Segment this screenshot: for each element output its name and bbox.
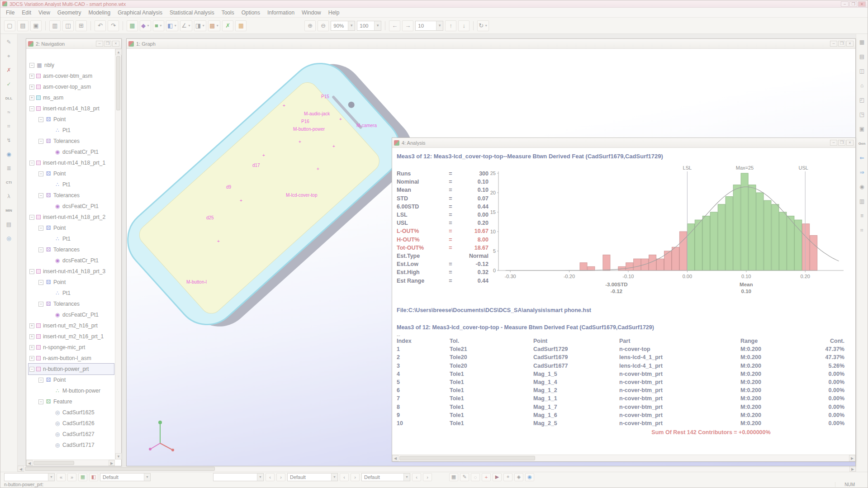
annotation-icon[interactable]: ✎	[4, 38, 14, 47]
zoom-in-icon[interactable]: ⊕	[304, 20, 316, 31]
chevron-down-icon[interactable]: ▼	[348, 21, 355, 30]
nav-horizontal-scrollbar[interactable]: ◀ ▶	[26, 460, 115, 466]
expand-icon[interactable]: +	[29, 85, 34, 90]
part-color-swatch[interactable]	[36, 74, 41, 78]
collapse-icon[interactable]: −	[29, 63, 34, 68]
measurement-label-p15[interactable]: P15	[321, 94, 329, 99]
tree-item-tolerances[interactable]: −⚄Tolerances	[28, 190, 114, 201]
tree-item-n-asm-button-l-asm[interactable]: +n-asm-button-l_asm	[28, 353, 114, 364]
copy-icon[interactable]: ◫	[62, 20, 74, 31]
part-color-swatch[interactable]	[36, 106, 41, 111]
expand-icon[interactable]: +	[29, 323, 34, 328]
graph-minimize-button[interactable]: –	[830, 41, 837, 47]
scale-combo[interactable]: 100▼	[357, 21, 381, 31]
color-grid-icon[interactable]: ▦	[78, 473, 87, 481]
annotate-icon[interactable]: ✎	[460, 473, 469, 481]
tree-item-dcsfeatcr-pt1[interactable]: ◉dcsFeatCr_Pt1	[28, 147, 114, 157]
part-color-swatch[interactable]	[36, 85, 41, 89]
collapse-icon[interactable]: −	[29, 269, 34, 274]
undo-icon[interactable]: ↶	[95, 20, 106, 31]
graph-close-button[interactable]: ×	[846, 41, 854, 47]
tree-item-point[interactable]: −⚄Point	[28, 374, 114, 385]
save-icon[interactable]: ▣	[30, 20, 42, 31]
tree-item-cadsurf1625[interactable]: ◎CadSurf1625	[28, 407, 114, 418]
collapse-icon[interactable]: −	[38, 117, 43, 122]
colormap-icon[interactable]: ▦	[235, 20, 247, 31]
menu-statistical-analysis[interactable]: Statistical Analysis	[166, 8, 218, 17]
redo-icon[interactable]: ↷	[108, 20, 119, 31]
tree-item-m-button-power[interactable]: ∴M-button-power	[28, 385, 114, 396]
menu-file[interactable]: File	[2, 8, 18, 17]
measurement-label-d17[interactable]: d17	[252, 163, 260, 168]
tree-item-tolerances[interactable]: −⚄Tolerances	[28, 298, 114, 309]
world-icon[interactable]: ◎	[4, 234, 14, 243]
chevron-down-icon[interactable]: ▼	[257, 474, 263, 481]
snap-grid-icon[interactable]: ⌗	[857, 226, 867, 235]
layers-icon[interactable]: ▤	[857, 52, 867, 61]
report-icon[interactable]: ▤	[4, 220, 14, 229]
next-config-icon[interactable]: ›	[423, 473, 432, 481]
table-row[interactable]: 6Tole1Mag_1_2n-cover-btm_prtM:0.2000.00%	[397, 386, 844, 394]
table-row[interactable]: 10Tole1Mag_2_5n-cover-btm_prtM:0.2000.00…	[397, 419, 844, 427]
measure-icon[interactable]: ∠▼	[180, 20, 192, 31]
scroll-left-icon[interactable]: ◀	[18, 466, 24, 472]
spring-icon[interactable]: ≈	[4, 108, 14, 117]
moldstate-combo[interactable]: Default▼	[287, 473, 338, 481]
scroll-right-icon[interactable]: ▶	[849, 466, 856, 472]
menu-graphical-analysis[interactable]: Graphical Analysis	[114, 8, 166, 17]
menu-modeling[interactable]: Modeling	[85, 8, 114, 17]
forward-icon[interactable]: →	[402, 20, 413, 31]
part-color-swatch[interactable]	[36, 345, 41, 350]
analysis-close-button[interactable]: ×	[846, 140, 854, 146]
tree-item-dcsfeatcr-pt1[interactable]: ◉dcsFeatCr_Pt1	[28, 255, 114, 266]
tree-item-asm-cover-btm-asm[interactable]: +asm-cover-btm_asm	[28, 71, 114, 81]
measurement-label-m-lcd-cover-top[interactable]: M-lcd-cover-top	[286, 193, 317, 198]
table-row[interactable]: 2Tole20CadSurf1679lens-lcd-4_1_prtM:0.20…	[397, 353, 844, 361]
new-file-icon[interactable]: ▢	[4, 20, 15, 31]
menu-window[interactable]: Window	[298, 8, 325, 17]
rotate-right-icon[interactable]: ⇒	[857, 168, 867, 177]
collapse-icon[interactable]: −	[38, 378, 43, 383]
part-color-swatch[interactable]	[36, 269, 41, 274]
expand-icon[interactable]: +	[29, 356, 34, 361]
iso-view-icon[interactable]: ◳	[857, 110, 867, 119]
nav-hscroll-thumb[interactable]	[33, 461, 74, 465]
home-view-icon[interactable]: ⌂	[857, 81, 867, 90]
prev-config-icon[interactable]: ‹	[412, 473, 421, 481]
display-grid-icon[interactable]: ▦	[857, 38, 867, 47]
workspace-hscroll-thumb[interactable]	[25, 467, 215, 471]
part-color-swatch[interactable]	[36, 95, 41, 100]
tree-item-insert-nut-m14-h18-prt-3[interactable]: −insert-nut-m14_h18_prt_3	[28, 266, 114, 277]
analysis-restore-button[interactable]: ❒	[838, 140, 845, 146]
snap-icon[interactable]: ◈	[514, 473, 523, 481]
prev-view-icon[interactable]: ‹	[266, 473, 275, 481]
scroll-down-icon[interactable]: ▼	[115, 453, 122, 460]
chevron-down-icon[interactable]: ▼	[374, 21, 381, 30]
chevron-down-icon[interactable]: ▼	[331, 474, 337, 481]
analysis-horizontal-scrollbar[interactable]: ◀ ▶	[392, 455, 855, 461]
measurement-label-d9[interactable]: d9	[226, 185, 231, 190]
collapse-icon[interactable]: −	[38, 247, 43, 252]
filter-combo[interactable]: ▼	[213, 473, 264, 481]
add-icon[interactable]: +	[482, 473, 491, 481]
tree-item-ms-asm[interactable]: +ms_asm	[28, 92, 114, 103]
kinematics-icon[interactable]: ↯	[4, 136, 14, 145]
chevron-down-icon[interactable]: ▼	[403, 474, 410, 481]
tree-item-cadsurf1627[interactable]: ◎CadSurf1627	[28, 429, 114, 440]
gen-tool[interactable]: Gen	[857, 139, 867, 148]
step-combo[interactable]: 10▼	[415, 21, 443, 31]
table-row[interactable]: 5Tole1Mag_1_4n-cover-btm_prtM:0.2000.00%	[397, 378, 844, 386]
measurement-label-m-audio-jack[interactable]: M-audio-jack	[304, 111, 330, 116]
nav-minimize-button[interactable]: –	[96, 41, 103, 47]
back-icon[interactable]: ←	[389, 20, 400, 31]
part-color-swatch[interactable]	[36, 367, 41, 371]
menu-options[interactable]: Options	[238, 8, 264, 17]
center-icon[interactable]: ◉	[857, 182, 867, 191]
tree-item-point[interactable]: −⚄Point	[28, 277, 114, 288]
min-tool[interactable]: MIN	[4, 206, 14, 215]
tree-item-insert-nut-m2-h16-prt[interactable]: +insert-nut_m2_h16_prt	[28, 320, 114, 331]
maximize-button[interactable]: ❒	[849, 1, 857, 7]
validate-icon[interactable]: ✓	[4, 80, 14, 89]
tree-item-dcsfeatcr-pt1[interactable]: ◉dcsFeatCr_Pt1	[28, 309, 114, 320]
measurement-label-m-camera[interactable]: M-camera	[356, 123, 377, 128]
